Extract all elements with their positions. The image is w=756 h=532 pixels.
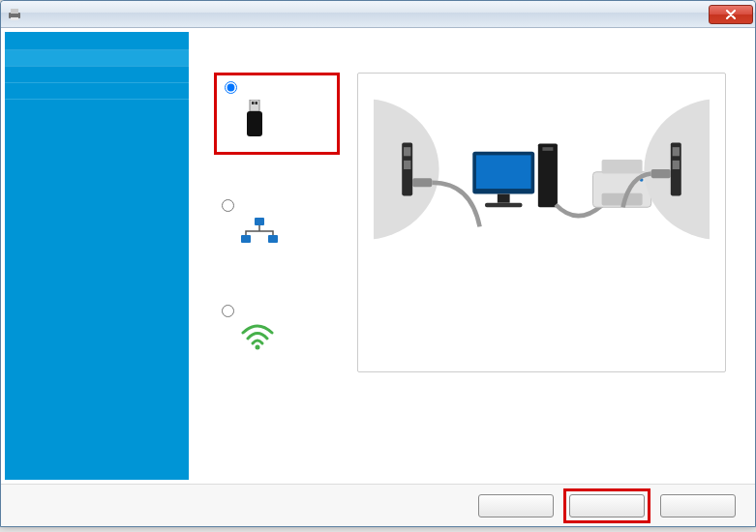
- svg-rect-1: [11, 9, 18, 14]
- radio-network[interactable]: [222, 199, 234, 212]
- step-welcome[interactable]: [5, 34, 189, 50]
- svg-rect-7: [255, 218, 264, 225]
- svg-rect-4: [252, 102, 255, 104]
- step-install[interactable]: [5, 67, 189, 83]
- radio-wireless[interactable]: [222, 305, 234, 317]
- wizard-footer: [1, 484, 755, 526]
- close-button[interactable]: [709, 5, 753, 24]
- option-usb[interactable]: [214, 73, 340, 155]
- next-button[interactable]: [569, 494, 645, 517]
- titlebar: [1, 1, 755, 28]
- svg-rect-2: [11, 17, 18, 20]
- step-search-printers[interactable]: [5, 50, 189, 67]
- svg-rect-30: [651, 169, 671, 178]
- svg-rect-21: [542, 147, 553, 151]
- content-area: [1, 28, 755, 484]
- svg-rect-13: [404, 147, 410, 156]
- svg-rect-29: [673, 161, 680, 169]
- main-panel: [189, 32, 751, 480]
- option-wireless[interactable]: [214, 299, 340, 364]
- svg-rect-14: [404, 161, 410, 169]
- svg-rect-19: [485, 203, 522, 208]
- svg-rect-3: [250, 100, 259, 111]
- detail-panel: [357, 73, 726, 372]
- usb-icon: [242, 100, 267, 142]
- installer-window: [0, 0, 756, 527]
- network-icon: [239, 218, 280, 251]
- back-button[interactable]: [478, 494, 554, 517]
- close-icon: [725, 10, 737, 19]
- svg-rect-5: [256, 102, 258, 104]
- svg-rect-28: [673, 147, 680, 156]
- svg-rect-9: [268, 235, 278, 243]
- app-icon: [7, 7, 22, 22]
- next-highlight: [563, 488, 650, 523]
- svg-point-10: [256, 345, 260, 350]
- connection-illustration: [374, 87, 710, 251]
- svg-rect-18: [498, 194, 510, 203]
- connection-options: [214, 73, 340, 372]
- svg-rect-17: [476, 155, 531, 189]
- svg-rect-8: [241, 235, 251, 243]
- svg-rect-6: [247, 111, 262, 136]
- svg-rect-20: [538, 144, 558, 208]
- option-network[interactable]: [214, 193, 340, 260]
- cancel-button[interactable]: [660, 494, 736, 517]
- svg-rect-23: [602, 160, 643, 174]
- step-done[interactable]: [5, 83, 189, 100]
- wizard-sidebar: [5, 32, 189, 480]
- wifi-icon: [239, 323, 276, 354]
- radio-usb[interactable]: [225, 81, 237, 94]
- svg-rect-15: [412, 178, 432, 187]
- body-row: [214, 73, 726, 372]
